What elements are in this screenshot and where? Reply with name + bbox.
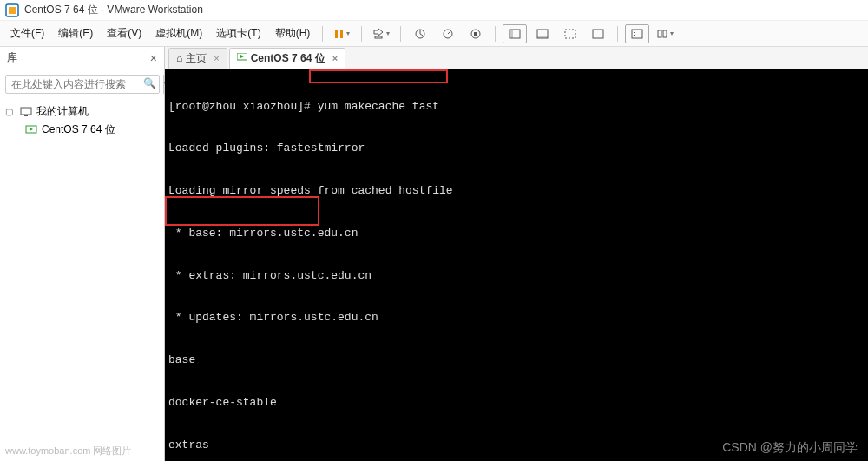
search-input[interactable] (5, 75, 160, 94)
menu-tabs[interactable]: 选项卡(T) (211, 23, 266, 44)
annotation-box (165, 196, 319, 226)
fullscreen-icon[interactable] (558, 24, 582, 43)
sidebar-header: 库 × (0, 47, 164, 69)
svg-rect-10 (510, 30, 513, 38)
library-tree: ▢ 我的计算机 CentOS 7 64 位 (0, 99, 164, 461)
main-area: ⌂ 主页 × CentOS 7 64 位 × [root@zhou xiaozh… (165, 47, 868, 461)
separator (400, 26, 401, 42)
svg-rect-13 (565, 30, 575, 38)
svg-rect-18 (21, 108, 31, 115)
menubar: 文件(F) 编辑(E) 查看(V) 虚拟机(M) 选项卡(T) 帮助(H) (0, 21, 868, 47)
separator (495, 26, 496, 42)
tab-home-label: 主页 (186, 51, 207, 66)
svg-rect-4 (375, 36, 382, 38)
tab-vm-label: CentOS 7 64 位 (251, 51, 326, 66)
unity-icon[interactable] (586, 24, 610, 43)
separator (322, 26, 323, 42)
svg-rect-15 (632, 30, 642, 38)
search-row: 🔍 ▾ (0, 69, 164, 99)
menu-help[interactable]: 帮助(H) (270, 23, 316, 44)
vm-running-icon (24, 125, 38, 135)
sidebar-close-button[interactable]: × (150, 51, 157, 65)
tab-bar: ⌂ 主页 × CentOS 7 64 位 × (165, 47, 868, 69)
content-area: 库 × 🔍 ▾ ▢ 我的计算机 CentOS 7 64 位 (0, 47, 868, 461)
tools-icon[interactable] (653, 24, 677, 43)
tree-item-centos[interactable]: CentOS 7 64 位 (3, 121, 161, 139)
snapshot-icon[interactable] (408, 24, 432, 43)
svg-rect-8 (474, 32, 477, 36)
search-icon: 🔍 (143, 77, 156, 89)
svg-rect-3 (340, 30, 343, 38)
terminal-line: * extras: mirrors.ustc.edu.cn (168, 269, 865, 283)
terminal-line: Loaded plugins: fastestmirror (168, 142, 865, 155)
terminal-line: base (168, 353, 865, 367)
tab-centos[interactable]: CentOS 7 64 位 × (229, 48, 345, 69)
titlebar: CentOS 7 64 位 - VMware Workstation (0, 0, 868, 21)
separator (361, 26, 362, 42)
tree-vm-label: CentOS 7 64 位 (42, 122, 115, 137)
svg-rect-12 (537, 36, 548, 38)
menu-file[interactable]: 文件(F) (5, 23, 49, 44)
annotation-box (309, 69, 448, 83)
tab-close-icon[interactable]: × (214, 53, 219, 63)
svg-rect-16 (658, 30, 661, 37)
sidebar: 库 × 🔍 ▾ ▢ 我的计算机 CentOS 7 64 位 (0, 47, 165, 461)
terminal-line: [root@zhou xiaozhou]# yum makecache fast (168, 100, 865, 114)
view-thumbnail-icon[interactable] (530, 24, 555, 43)
svg-rect-19 (24, 115, 28, 116)
console-icon[interactable] (625, 24, 649, 43)
terminal[interactable]: [root@zhou xiaozhou]# yum makecache fast… (165, 69, 868, 461)
svg-rect-1 (9, 7, 16, 14)
send-keys-button[interactable] (369, 24, 393, 43)
window-title: CentOS 7 64 位 - VMware Workstation (24, 3, 203, 17)
home-icon: ⌂ (176, 52, 182, 64)
terminal-line: * updates: mirrors.ustc.edu.cn (168, 311, 865, 325)
terminal-line: docker-ce-stable (168, 396, 865, 410)
svg-rect-14 (593, 30, 603, 38)
watermark-left: www.toymoban.com 网络图片 (5, 445, 131, 458)
tree-root-label: 我的计算机 (36, 104, 89, 119)
tab-home[interactable]: ⌂ 主页 × (168, 48, 227, 69)
view-single-icon[interactable] (503, 24, 527, 43)
terminal-line: Loading mirror speeds from cached hostfi… (168, 184, 865, 198)
svg-rect-2 (335, 30, 338, 38)
tree-root-mycomputer[interactable]: ▢ 我的计算机 (3, 102, 161, 121)
menu-view[interactable]: 查看(V) (102, 23, 147, 44)
vmware-app-icon (5, 3, 19, 17)
terminal-line: * base: mirrors.ustc.edu.cn (168, 227, 865, 240)
svg-rect-17 (663, 30, 667, 37)
revert-snapshot-icon[interactable] (464, 24, 488, 43)
tab-close-icon[interactable]: × (332, 53, 338, 63)
monitor-icon (19, 107, 33, 117)
pause-button[interactable] (330, 24, 354, 43)
vm-tab-icon (237, 52, 247, 64)
separator (617, 26, 618, 42)
library-label: 库 (7, 50, 17, 65)
menu-vm[interactable]: 虚拟机(M) (150, 23, 207, 44)
snapshot-manage-icon[interactable] (436, 24, 460, 43)
tree-collapse-icon[interactable]: ▢ (5, 107, 16, 116)
watermark-right: CSDN @努力的小周同学 (722, 440, 858, 456)
menu-edit[interactable]: 编辑(E) (53, 23, 98, 44)
